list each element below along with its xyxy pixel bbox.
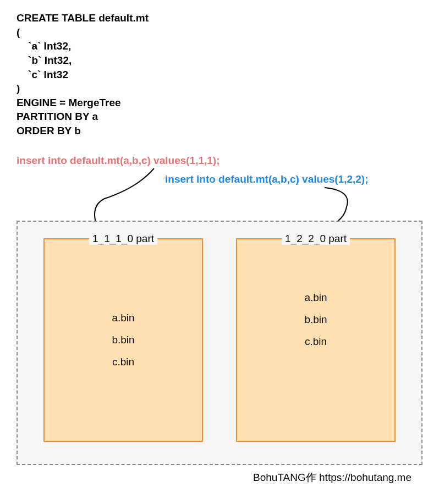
sql-line: `c` Int32 <box>17 69 68 80</box>
file-entry: a.bin <box>112 312 134 324</box>
sql-line: ) <box>17 83 20 94</box>
file-entry: c.bin <box>112 356 134 368</box>
parts-container: 1_1_1_0 part a.bin b.bin c.bin 1_2_2_0 p… <box>17 221 422 465</box>
sql-line: PARTITION BY a <box>17 111 98 122</box>
sql-line: ENGINE = MergeTree <box>17 97 121 108</box>
part-title-1: 1_1_1_0 part <box>89 233 157 245</box>
part2-files: a.bin b.bin c.bin <box>304 282 327 358</box>
create-table-sql: CREATE TABLE default.mt ( `a` Int32, `b`… <box>17 11 422 138</box>
file-entry: b.bin <box>304 314 327 326</box>
file-entry: b.bin <box>112 334 134 346</box>
credit-text: BohuTANG作 https://bohutang.me <box>17 470 422 485</box>
sql-line: `b` Int32, <box>17 54 72 66</box>
file-entry: c.bin <box>304 336 327 348</box>
insert-statements-area: insert into default.mt(a,b,c) values(1,1… <box>17 155 422 210</box>
sql-line: CREATE TABLE default.mt <box>17 12 149 24</box>
part-box-2: 1_2_2_0 part a.bin b.bin c.bin <box>236 238 396 442</box>
file-entry: a.bin <box>304 292 327 304</box>
part-title-2: 1_2_2_0 part <box>282 233 350 245</box>
insert-statement-2: insert into default.mt(a,b,c) values(1,2… <box>165 173 369 185</box>
insert-statement-1: insert into default.mt(a,b,c) values(1,1… <box>17 155 220 167</box>
sql-line: `a` Int32, <box>17 40 71 52</box>
part-box-1: 1_1_1_0 part a.bin b.bin c.bin <box>43 238 203 442</box>
sql-line: ( <box>17 26 20 38</box>
part1-files: a.bin b.bin c.bin <box>112 302 134 378</box>
sql-line: ORDER BY b <box>17 125 81 136</box>
